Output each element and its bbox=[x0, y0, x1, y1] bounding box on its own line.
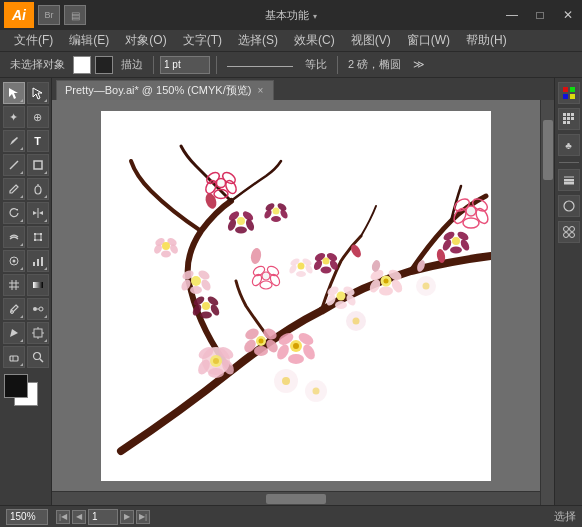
last-page-button[interactable]: ▶| bbox=[136, 510, 150, 524]
svg-point-117 bbox=[262, 272, 270, 280]
svg-point-99 bbox=[282, 377, 290, 385]
svg-point-135 bbox=[200, 311, 212, 318]
menu-effect[interactable]: 效果(C) bbox=[286, 30, 343, 51]
gradient-button[interactable] bbox=[27, 274, 49, 296]
mesh-button[interactable] bbox=[3, 274, 25, 296]
vertical-scrollbar[interactable] bbox=[540, 100, 554, 505]
blend-button[interactable] bbox=[27, 298, 49, 320]
menu-window[interactable]: 窗口(W) bbox=[399, 30, 458, 51]
svg-point-22 bbox=[33, 307, 37, 311]
prev-page-button[interactable]: ◀ bbox=[72, 510, 86, 524]
direct-selection-tool-button[interactable] bbox=[27, 82, 49, 104]
rect-button[interactable] bbox=[27, 154, 49, 176]
next-page-button[interactable]: ▶ bbox=[120, 510, 134, 524]
free-transform-button[interactable] bbox=[27, 226, 49, 248]
rotate-button[interactable] bbox=[3, 202, 25, 224]
eraser-button[interactable] bbox=[3, 346, 25, 368]
svg-point-79 bbox=[273, 207, 280, 214]
menu-help[interactable]: 帮助(H) bbox=[458, 30, 515, 51]
svg-rect-151 bbox=[563, 94, 568, 99]
vertical-scrollbar-thumb[interactable] bbox=[543, 120, 553, 180]
svg-point-72 bbox=[235, 226, 247, 233]
symbol-button[interactable] bbox=[3, 250, 25, 272]
menu-view[interactable]: 视图(V) bbox=[343, 30, 399, 51]
window-controls: — □ ✕ bbox=[498, 0, 582, 30]
extra-label: 2 磅，椭圆 bbox=[344, 57, 405, 72]
appearance-panel-button[interactable] bbox=[558, 195, 580, 217]
tool-row-5 bbox=[3, 178, 49, 200]
svg-line-33 bbox=[40, 359, 43, 362]
lasso-button[interactable]: ⊕ bbox=[27, 106, 49, 128]
selection-tool-button[interactable] bbox=[3, 82, 25, 104]
svg-point-142 bbox=[323, 257, 330, 264]
artwork-svg bbox=[101, 111, 491, 481]
foreground-color-swatch[interactable] bbox=[4, 374, 28, 398]
svg-rect-156 bbox=[563, 117, 566, 120]
menu-object[interactable]: 对象(O) bbox=[117, 30, 174, 51]
zoom-button[interactable] bbox=[27, 346, 49, 368]
magic-wand-button[interactable]: ✦ bbox=[3, 106, 25, 128]
line-button[interactable] bbox=[3, 154, 25, 176]
graph-button[interactable] bbox=[27, 250, 49, 272]
menu-select[interactable]: 选择(S) bbox=[230, 30, 286, 51]
svg-point-168 bbox=[569, 233, 574, 238]
warp-button[interactable] bbox=[3, 226, 25, 248]
svg-point-111 bbox=[466, 206, 476, 216]
zoom-input[interactable] bbox=[6, 509, 48, 525]
eyedropper-button[interactable] bbox=[3, 298, 25, 320]
live-paint-button[interactable] bbox=[3, 322, 25, 344]
horizontal-scrollbar[interactable] bbox=[52, 491, 540, 505]
menu-edit[interactable]: 编辑(E) bbox=[61, 30, 117, 51]
blob-brush-button[interactable] bbox=[27, 178, 49, 200]
type-button[interactable]: T bbox=[27, 130, 49, 152]
svg-rect-157 bbox=[567, 117, 570, 120]
close-button[interactable]: ✕ bbox=[554, 0, 582, 30]
stroke-swatch[interactable] bbox=[95, 56, 113, 74]
canvas-wrapper[interactable] bbox=[52, 100, 554, 505]
arrange-button[interactable]: ▤ bbox=[64, 5, 86, 25]
svg-rect-15 bbox=[41, 257, 43, 266]
svg-rect-149 bbox=[563, 87, 568, 92]
horizontal-scrollbar-thumb[interactable] bbox=[266, 494, 326, 504]
reflect-button[interactable] bbox=[27, 202, 49, 224]
options-extra: ≫ bbox=[409, 58, 429, 71]
color-panel-button[interactable] bbox=[558, 82, 580, 104]
svg-point-147 bbox=[450, 246, 462, 253]
tool-row-12 bbox=[3, 346, 49, 368]
page-input[interactable] bbox=[88, 509, 118, 525]
svg-rect-14 bbox=[37, 259, 39, 266]
tab-close-button[interactable]: × bbox=[257, 85, 263, 96]
swatches-panel-button[interactable] bbox=[558, 108, 580, 130]
minimize-button[interactable]: — bbox=[498, 0, 526, 30]
canvas-area: Pretty—Boy.ai* @ 150% (CMYK/预览) × bbox=[52, 78, 554, 505]
maximize-button[interactable]: □ bbox=[526, 0, 554, 30]
svg-point-54 bbox=[191, 276, 201, 286]
menu-type[interactable]: 文字(T) bbox=[175, 30, 230, 51]
first-page-button[interactable]: |◀ bbox=[56, 510, 70, 524]
pen-button[interactable] bbox=[3, 130, 25, 152]
symbols-panel-button[interactable] bbox=[558, 221, 580, 243]
selection-label: 未选择对象 bbox=[6, 57, 69, 72]
svg-point-48 bbox=[259, 338, 264, 343]
brushes-panel-button[interactable]: ♣ bbox=[558, 134, 580, 156]
svg-rect-153 bbox=[563, 113, 566, 116]
svg-point-53 bbox=[190, 286, 202, 294]
bridge-button[interactable]: Br bbox=[38, 5, 60, 25]
right-panel: ♣ bbox=[554, 78, 582, 505]
page-navigation: |◀ ◀ ▶ ▶| bbox=[56, 509, 150, 525]
stroke-weight-input[interactable] bbox=[160, 56, 210, 74]
document-tab[interactable]: Pretty—Boy.ai* @ 150% (CMYK/预览) × bbox=[56, 80, 274, 100]
svg-point-59 bbox=[379, 286, 393, 295]
svg-point-66 bbox=[335, 301, 347, 309]
stroke-panel-button[interactable] bbox=[558, 169, 580, 191]
title-bar: Ai Br ▤ 基本功能 ▾ — □ ✕ bbox=[0, 0, 582, 30]
fill-swatch[interactable] bbox=[73, 56, 91, 74]
artboard-button[interactable] bbox=[27, 322, 49, 344]
svg-rect-8 bbox=[40, 233, 42, 235]
svg-point-90 bbox=[296, 271, 306, 277]
menu-file[interactable]: 文件(F) bbox=[6, 30, 61, 51]
svg-point-46 bbox=[254, 346, 268, 356]
tab-bar: Pretty—Boy.ai* @ 150% (CMYK/预览) × bbox=[52, 78, 554, 100]
divider1 bbox=[153, 56, 154, 74]
pencil-button[interactable] bbox=[3, 178, 25, 200]
